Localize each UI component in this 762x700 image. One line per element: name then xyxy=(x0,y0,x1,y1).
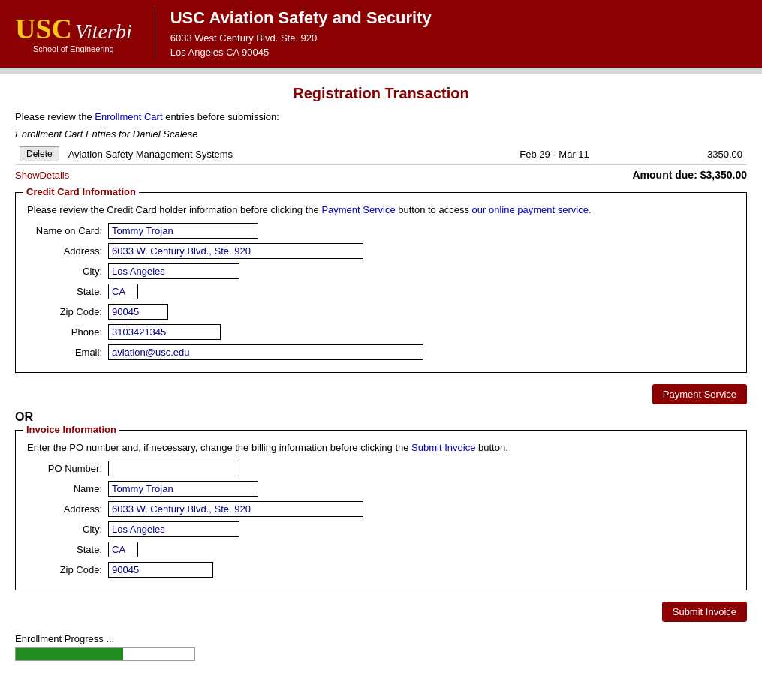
address-label: Address: xyxy=(27,245,102,257)
state-row: State: xyxy=(27,284,735,299)
city-input[interactable] xyxy=(108,263,239,279)
invoice-city-input[interactable] xyxy=(108,521,239,537)
invoice-state-row: State: xyxy=(27,542,735,557)
progress-bar-empty xyxy=(123,648,194,660)
address-input[interactable] xyxy=(108,243,363,259)
invoice-address-input[interactable] xyxy=(108,501,363,517)
po-number-input[interactable] xyxy=(108,461,239,476)
invoice-section: Invoice Information Enter the PO number … xyxy=(15,430,747,590)
zip-input[interactable] xyxy=(108,304,168,320)
name-on-card-row: Name on Card: xyxy=(27,223,735,239)
inv-desc-pre: Enter the PO number and, if necessary, c… xyxy=(27,442,411,453)
po-number-row: PO Number: xyxy=(27,461,735,476)
viterbi-text: Viterbi xyxy=(75,21,132,42)
review-pre: Please review the xyxy=(15,111,95,122)
email-label: Email: xyxy=(27,347,102,358)
cart-row: Delete Aviation Safety Management System… xyxy=(15,143,747,164)
address-row: Address: xyxy=(27,243,735,259)
subheader-bar xyxy=(0,68,762,74)
invoice-state-input[interactable] xyxy=(108,542,138,557)
invoice-description: Enter the PO number and, if necessary, c… xyxy=(27,442,735,453)
course-dates: Feb 29 - Mar 11 xyxy=(464,143,645,164)
submit-button-row: Submit Invoice xyxy=(15,602,747,622)
invoice-address-row: Address: xyxy=(27,501,735,517)
enrollment-cart-link[interactable]: Enrollment Cart xyxy=(95,111,162,122)
usc-viterbi-logo: USC Viterbi School of Engineering xyxy=(15,14,132,53)
course-name: Aviation Safety Management Systems xyxy=(64,143,464,164)
org-name: USC Aviation Safety and Security xyxy=(170,8,432,28)
invoice-legend: Invoice Information xyxy=(23,424,119,435)
zip-label: Zip Code: xyxy=(27,306,102,317)
phone-label: Phone: xyxy=(27,326,102,338)
state-input[interactable] xyxy=(108,284,138,299)
invoice-name-input[interactable] xyxy=(108,481,258,497)
payment-service-link-inline[interactable]: Payment Service xyxy=(321,204,395,215)
invoice-zip-input[interactable] xyxy=(108,562,213,578)
city-label: City: xyxy=(27,266,102,277)
po-number-label: PO Number: xyxy=(27,463,102,474)
header-info: USC Aviation Safety and Security 6033 We… xyxy=(155,8,432,60)
invoice-name-row: Name: xyxy=(27,481,735,497)
main-content: Registration Transaction Please review t… xyxy=(0,74,762,687)
or-separator: OR xyxy=(15,410,747,424)
progress-section: Enrollment Progress ... xyxy=(15,633,747,661)
page-title: Registration Transaction xyxy=(15,85,747,102)
phone-input[interactable] xyxy=(108,324,221,340)
course-price: 3350.00 xyxy=(645,143,747,164)
cc-desc-pre: Please review the Credit Card holder inf… xyxy=(27,204,321,215)
cc-desc-end: . xyxy=(589,204,592,215)
delete-cell: Delete xyxy=(15,143,64,164)
inv-desc-post: button. xyxy=(475,442,507,453)
cart-table: Delete Aviation Safety Management System… xyxy=(15,143,747,164)
invoice-state-label: State: xyxy=(27,544,102,555)
org-address2: Los Angeles CA 90045 xyxy=(170,45,432,60)
submit-invoice-button[interactable]: Submit Invoice xyxy=(662,602,747,622)
invoice-name-label: Name: xyxy=(27,483,102,494)
show-details-link[interactable]: ShowDetails xyxy=(15,170,69,181)
name-on-card-label: Name on Card: xyxy=(27,225,102,236)
invoice-city-row: City: xyxy=(27,521,735,537)
city-row: City: xyxy=(27,263,735,279)
progress-bar-filled xyxy=(16,648,123,660)
zip-row: Zip Code: xyxy=(27,304,735,320)
logo-area: USC Viterbi School of Engineering xyxy=(15,14,132,53)
invoice-city-label: City: xyxy=(27,524,102,535)
phone-row: Phone: xyxy=(27,324,735,340)
amount-due-value: $3,350.00 xyxy=(700,169,747,181)
email-row: Email: xyxy=(27,344,735,360)
invoice-zip-label: Zip Code: xyxy=(27,564,102,575)
payment-service-button[interactable]: Payment Service xyxy=(652,384,747,404)
submit-invoice-link-inline[interactable]: Submit Invoice xyxy=(411,442,475,453)
credit-card-description: Please review the Credit Card holder inf… xyxy=(27,204,735,215)
review-post: entries before submission: xyxy=(163,111,279,122)
online-payment-link[interactable]: our online payment service xyxy=(472,204,589,215)
state-label: State: xyxy=(27,286,102,297)
header: USC Viterbi School of Engineering USC Av… xyxy=(0,0,762,68)
name-on-card-input[interactable] xyxy=(108,223,258,239)
delete-button[interactable]: Delete xyxy=(20,146,59,161)
credit-card-section: Credit Card Information Please review th… xyxy=(15,192,747,373)
invoice-address-label: Address: xyxy=(27,503,102,515)
amount-row: ShowDetails Amount due: $3,350.00 xyxy=(15,164,747,185)
usc-text: USC xyxy=(15,14,72,43)
enrollment-cart-label: Enrollment Cart Entries for Daniel Scale… xyxy=(15,128,747,140)
progress-label: Enrollment Progress ... xyxy=(15,633,747,644)
review-message: Please review the Enrollment Cart entrie… xyxy=(15,111,747,122)
payment-button-row: Payment Service xyxy=(15,384,747,404)
amount-due: Amount due: $3,350.00 xyxy=(632,169,747,181)
email-input[interactable] xyxy=(108,344,423,360)
cc-desc-post: button to access xyxy=(396,204,472,215)
credit-card-legend: Credit Card Information xyxy=(23,186,139,197)
school-of-engineering: School of Engineering xyxy=(15,44,132,53)
invoice-zip-row: Zip Code: xyxy=(27,562,735,578)
org-address1: 6033 West Century Blvd. Ste. 920 xyxy=(170,31,432,46)
progress-bar xyxy=(15,647,195,661)
amount-due-label: Amount due: xyxy=(632,169,697,181)
